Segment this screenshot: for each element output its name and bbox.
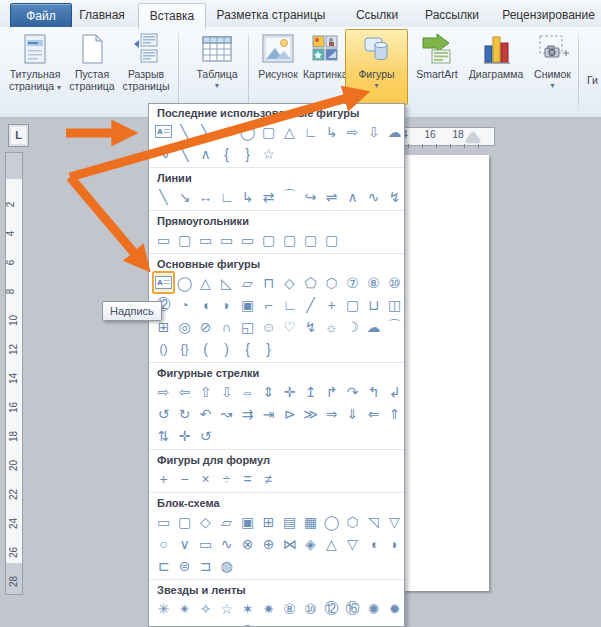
star-5-point-shape-icon[interactable]: ☆ (259, 144, 278, 163)
down-arrow-shape-icon[interactable]: ⇩ (364, 122, 383, 141)
tab-insert[interactable]: Вставка (138, 3, 206, 29)
rounded-rectangle-shape-icon[interactable]: ▢ (259, 122, 278, 141)
u-turn-arrow-shape-icon[interactable]: ↷ (343, 382, 362, 401)
math-plus-shape-icon[interactable]: + (154, 469, 173, 488)
star-10-point-shape-icon[interactable]: ⑩ (301, 599, 320, 618)
flowchart-summing-junction-shape-icon[interactable]: ⊗ (238, 534, 257, 553)
elbow-arrow-connector-shape-icon[interactable]: ↳ (322, 122, 341, 141)
cross-shape-icon[interactable]: + (322, 295, 341, 314)
star-24-point-shape-icon[interactable]: ✺ (364, 599, 383, 618)
curved-left-arrow-shape-icon[interactable]: ↺ (154, 404, 173, 423)
scribble-shape-icon[interactable]: ∿ (154, 144, 173, 163)
isosceles-triangle-shape-icon[interactable]: △ (280, 122, 299, 141)
flowchart-manual-operation-shape-icon[interactable]: ▽ (385, 512, 404, 531)
curved-down-arrow-shape-icon[interactable]: ↶ (196, 404, 215, 423)
frame-shape-icon[interactable]: ▣ (238, 295, 257, 314)
regular-pentagon-shape-icon[interactable]: ⬠ (301, 273, 320, 292)
right-brace-shape-icon[interactable]: } (259, 339, 278, 358)
math-not-equal-shape-icon[interactable]: ≠ (259, 469, 278, 488)
star-8-point-shape-icon[interactable]: ⑧ (280, 599, 299, 618)
picture-button[interactable]: Рисунок (252, 29, 304, 105)
curved-arrow-connector-shape-icon[interactable]: ↪ (301, 187, 320, 206)
flowchart-card-shape-icon[interactable]: ▭ (196, 534, 215, 553)
flowchart-predefined-process-shape-icon[interactable]: ▣ (238, 512, 257, 531)
flowchart-document-shape-icon[interactable]: ▤ (280, 512, 299, 531)
dropdown-arrow-icon[interactable]: ▾ (346, 82, 407, 90)
flowchart-magnetic-disk-shape-icon[interactable]: ⊜ (175, 556, 194, 575)
round-single-corner-rectangle-shape-icon[interactable]: ▢ (280, 230, 299, 249)
hyperlink-button-partial[interactable]: Ги (582, 29, 601, 105)
down-bent-arrow-shape-icon[interactable]: ↲ (385, 382, 404, 401)
bent-arrow-shape-icon[interactable]: ↱ (322, 382, 341, 401)
star-16-point-shape-icon[interactable]: ⑯ (343, 599, 362, 618)
line-2-shape-icon[interactable]: ╲ (196, 122, 215, 141)
flowchart-decision-shape-icon[interactable]: ◇ (196, 512, 215, 531)
up-down-arrow-callout-shape-icon[interactable]: ⇅ (154, 426, 173, 445)
isosceles-triangle-shape-icon[interactable]: △ (196, 273, 215, 292)
freeform-shape-icon[interactable]: ∿ (364, 187, 383, 206)
flowchart-process-shape-icon[interactable]: ▭ (154, 512, 173, 531)
flowchart-data-shape-icon[interactable]: ▱ (217, 512, 236, 531)
notched-right-arrow-shape-icon[interactable]: ⇥ (259, 404, 278, 423)
elbow-connector-shape-icon[interactable]: ∟ (217, 187, 236, 206)
math-equal-shape-icon[interactable]: = (238, 469, 257, 488)
curved-up-ribbon-shape-icon[interactable]: ∪ (217, 621, 236, 627)
flowchart-stored-data-shape-icon[interactable]: ◖ (364, 534, 383, 553)
chevron-arrow-shape-icon[interactable]: ≫ (301, 404, 320, 423)
smartart-button[interactable]: SmartArt (408, 29, 466, 105)
right-bracket-shape-icon[interactable]: ) (217, 339, 236, 358)
curve-shape-icon[interactable]: ╲ (175, 144, 194, 163)
cloud-shape-icon[interactable]: ☁ (385, 122, 404, 141)
rounded-rectangle-shape-icon[interactable]: ▢ (175, 230, 194, 249)
text-box-shape-icon[interactable]: A (154, 273, 173, 292)
trapezoid-shape-icon[interactable]: ⊓ (259, 273, 278, 292)
flowchart-extract-shape-icon[interactable]: △ (322, 534, 341, 553)
star-32-point-shape-icon[interactable]: ✹ (385, 599, 404, 618)
page-break-button[interactable]: Разрыв страницы (118, 29, 174, 105)
cover-page-button[interactable]: Титульная страница ▾ (4, 29, 66, 105)
up-arrow-callout-shape-icon[interactable]: ⇑ (385, 404, 404, 423)
tab-mailings[interactable]: Рассылки (414, 3, 490, 27)
up-arrow-shape-icon[interactable]: ⇧ (196, 382, 215, 401)
flowchart-internal-storage-shape-icon[interactable]: ⊞ (259, 512, 278, 531)
line-arrow-shape-icon[interactable]: ↘ (175, 187, 194, 206)
dropdown-arrow-icon[interactable]: ▾ (187, 82, 247, 90)
right-indent-marker[interactable] (466, 132, 480, 142)
round-same-side-corner-rectangle-shape-icon[interactable]: ▢ (301, 230, 320, 249)
flowchart-collate-shape-icon[interactable]: ⋈ (280, 534, 299, 553)
arc-curve-shape-icon[interactable]: ∧ (196, 144, 215, 163)
flowchart-delay-shape-icon[interactable]: ◗ (385, 534, 404, 553)
left-arrow-shape-icon[interactable]: ⇦ (175, 382, 194, 401)
flowchart-multidocument-shape-icon[interactable]: ▦ (301, 512, 320, 531)
octagon-shape-icon[interactable]: ⑧ (364, 273, 383, 292)
round-diagonal-corner-rectangle-shape-icon[interactable]: ▢ (322, 230, 341, 249)
snip-same-side-corner-rectangle-shape-icon[interactable]: ▭ (217, 230, 236, 249)
down-ribbon-shape-icon[interactable]: ⌢ (154, 621, 173, 627)
pentagon-arrow-shape-icon[interactable]: ⊳ (280, 404, 299, 423)
left-brace-shape-icon[interactable]: { (217, 144, 236, 163)
cloud-shape-icon[interactable]: ☁ (364, 317, 383, 336)
left-right-arrow-shape-icon[interactable]: ⇔ (238, 382, 257, 401)
rectangle-shape-icon[interactable]: ▭ (154, 230, 173, 249)
striped-right-arrow-shape-icon[interactable]: ⇉ (238, 404, 257, 423)
double-brace-shape-icon[interactable]: {} (175, 339, 194, 358)
moon-shape-icon[interactable]: ☽ (343, 317, 362, 336)
table-button[interactable]: Таблица ▾ (186, 29, 248, 105)
right-triangle-shape-icon[interactable]: ◺ (217, 273, 236, 292)
donut-shape-icon[interactable]: ◎ (175, 317, 194, 336)
diamond-shape-icon[interactable]: ◇ (280, 273, 299, 292)
chord-shape-icon[interactable]: ◖ (196, 295, 215, 314)
no-symbol-shape-icon[interactable]: ⊘ (196, 317, 215, 336)
snip-diagonal-corner-rectangle-shape-icon[interactable]: ▭ (238, 230, 257, 249)
folded-corner-shape-icon[interactable]: ◱ (238, 317, 257, 336)
tab-file[interactable]: Файл (10, 3, 72, 29)
flowchart-punched-tape-shape-icon[interactable]: ∿ (217, 534, 236, 553)
plaque-shape-icon[interactable]: ▢ (343, 295, 362, 314)
up-down-arrow-shape-icon[interactable]: ⇕ (259, 382, 278, 401)
chart-button[interactable]: Диаграмма (464, 29, 528, 105)
teardrop-shape-icon[interactable]: ◗ (217, 295, 236, 314)
flowchart-off-page-connector-shape-icon[interactable]: ∨ (175, 534, 194, 553)
flowchart-display-shape-icon[interactable]: ⊏ (154, 556, 173, 575)
rectangle-shape-icon[interactable]: ▭ (217, 122, 236, 141)
wave-shape-icon[interactable]: ∿ (280, 621, 299, 627)
